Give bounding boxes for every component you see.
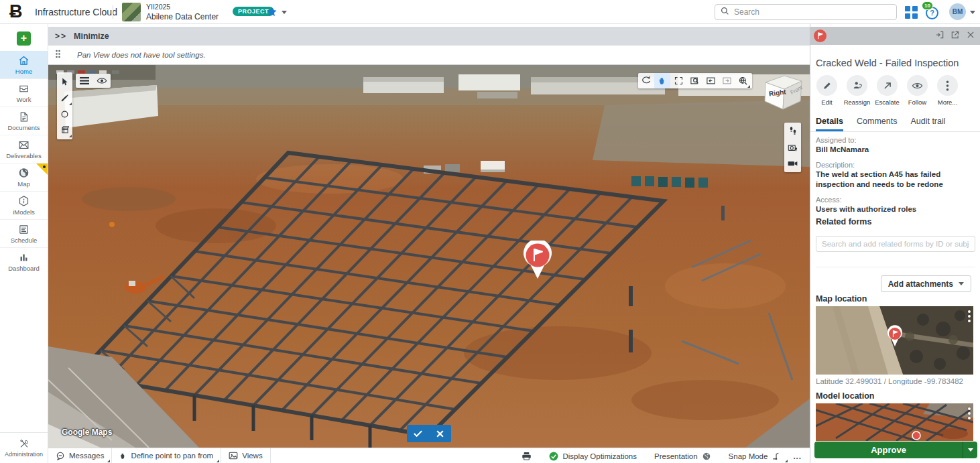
orbit-icon — [641, 76, 652, 86]
section-tool-button[interactable] — [57, 122, 72, 138]
approve-options-button[interactable] — [963, 442, 977, 458]
views-image-icon — [229, 452, 238, 460]
view-redo-icon — [722, 76, 732, 86]
open-in-new-button[interactable] — [951, 30, 960, 40]
model-location-thumbnail[interactable] — [816, 403, 973, 441]
view-undo-button[interactable] — [702, 73, 719, 88]
issue-detail-panel: Cracked Weld - Failed Inspection Edit Re… — [810, 24, 980, 463]
fit-view-button[interactable] — [670, 73, 686, 88]
escalate-button[interactable]: Escalate — [872, 75, 902, 106]
views-button[interactable]: Views — [221, 448, 270, 463]
issue-pin-marker[interactable] — [522, 241, 553, 282]
dock-panel-button[interactable] — [935, 30, 944, 40]
help-button[interactable]: ? 10 — [924, 5, 940, 20]
sidebar-item-documents[interactable]: Documents — [0, 107, 48, 135]
cancel-button[interactable] — [432, 426, 449, 441]
minimize-label[interactable]: Minimize — [74, 31, 109, 41]
view-cube[interactable]: Front Right — [759, 70, 807, 113]
add-attachments-button[interactable]: Add attachments — [881, 275, 971, 292]
shape-tool-button[interactable] — [57, 106, 72, 122]
bentley-logo-icon[interactable]: Ƀ — [9, 1, 23, 22]
collapse-chevrons-icon[interactable]: >> — [55, 31, 67, 41]
issue-actions: Edit Reassign Escalate Follow More... — [812, 75, 979, 106]
edit-button[interactable]: Edit — [812, 75, 842, 106]
reassign-button[interactable]: Reassign — [842, 75, 872, 106]
sidebar-item-deliverables[interactable]: Deliverables — [0, 135, 48, 163]
follow-button[interactable]: Follow — [902, 75, 932, 106]
confirm-toolbar — [407, 425, 451, 442]
sidebar-item-administration[interactable]: Administration — [0, 432, 48, 463]
tab-audit-trail[interactable]: Audit trail — [910, 117, 945, 131]
map-location-thumbnail[interactable] — [816, 306, 973, 375]
administration-tools-icon — [18, 438, 30, 450]
measure-tool-button[interactable] — [57, 90, 72, 106]
sidebar-item-map[interactable]: Map — [0, 163, 48, 192]
messages-button[interactable]: Messages — [48, 448, 112, 463]
approve-split-button: Approve — [814, 442, 977, 458]
approve-button[interactable]: Approve — [814, 442, 963, 458]
approve-caret-icon — [968, 448, 973, 452]
left-sidebar: + Home Work Documents Deliverables Map i… — [0, 24, 48, 463]
printer-icon — [522, 452, 532, 460]
deliverables-envelope-icon — [17, 139, 30, 151]
coordinates-text: Latitude 32.499031 / Longitude -99.78348… — [816, 377, 963, 385]
sidebar-item-dashboard[interactable]: Dashboard — [0, 248, 48, 276]
status-more-button[interactable]: ... — [789, 448, 806, 463]
snap-mode-icon — [772, 452, 780, 460]
presentation-button[interactable]: Presentation — [646, 448, 720, 463]
view-undo-icon — [706, 76, 716, 86]
photo-pin-button[interactable] — [786, 141, 800, 154]
more-button[interactable]: More... — [932, 75, 963, 106]
dashboard-bars-icon — [17, 252, 30, 263]
account-caret-icon[interactable] — [970, 11, 975, 14]
model-viewport[interactable]: Front Right — [48, 65, 810, 448]
sidebar-item-home[interactable]: Home — [0, 51, 48, 79]
map-zoom-button[interactable] — [735, 73, 751, 88]
output-device-button[interactable] — [513, 448, 540, 463]
drag-handle-icon[interactable] — [55, 49, 61, 61]
project-switcher-caret-icon[interactable] — [282, 11, 287, 14]
zoom-window-button[interactable] — [686, 73, 702, 88]
menu-button[interactable] — [80, 77, 89, 84]
header-divider — [113, 5, 113, 19]
field-access: Access: Users with authorized roles — [816, 196, 975, 215]
render-globe-icon — [702, 452, 711, 461]
flyout-indicator — [69, 135, 72, 137]
sidebar-item-imodels[interactable]: iModels — [0, 192, 48, 220]
related-forms-search-input[interactable] — [816, 236, 975, 252]
construction-site-scene — [48, 65, 810, 448]
model-thumbnail-menu-icon[interactable] — [968, 407, 971, 419]
flag-pin-icon — [522, 241, 553, 279]
action-label: Follow — [908, 98, 926, 106]
minimize-bar[interactable]: >> Minimize — [48, 27, 810, 46]
orbit-tool-button[interactable] — [638, 73, 654, 88]
close-panel-button[interactable] — [966, 30, 975, 40]
display-optimizations-label: Display Optimizations — [562, 452, 637, 460]
sidebar-item-schedule[interactable]: Schedule — [0, 220, 48, 248]
app-launcher-icon[interactable] — [905, 6, 918, 19]
issue-fields: Assigned to: Bill McNamara Description: … — [816, 136, 975, 214]
add-button[interactable]: + — [17, 31, 31, 46]
tab-comments[interactable]: Comments — [857, 117, 897, 131]
avatar[interactable]: BM — [949, 3, 966, 20]
accept-button[interactable] — [410, 426, 427, 441]
view-redo-button[interactable] — [719, 73, 735, 88]
sidebar-item-work[interactable]: Work — [0, 79, 48, 107]
active-tool-prompt[interactable]: Define point to pan from — [112, 448, 221, 463]
map-thumbnail-menu-icon[interactable] — [968, 310, 971, 322]
visibility-button[interactable] — [97, 77, 107, 84]
search-input[interactable] — [734, 7, 881, 17]
video-tool-button[interactable] — [786, 157, 800, 170]
select-tool-button[interactable] — [57, 74, 72, 90]
tab-details[interactable]: Details — [816, 117, 843, 131]
footprints-icon — [789, 127, 797, 136]
project-thumbnail[interactable] — [122, 3, 141, 21]
display-optimizations-button[interactable]: Display Optimizations — [540, 448, 646, 463]
field-label: Description: — [816, 161, 975, 169]
snap-mode-button[interactable]: Snap Mode — [720, 448, 790, 463]
favorite-star-icon[interactable] — [266, 6, 278, 20]
panel-header — [810, 27, 980, 45]
pan-tool-button[interactable] — [654, 73, 670, 88]
sidebar-item-label: Work — [17, 96, 32, 103]
walk-tool-button[interactable] — [786, 125, 800, 138]
